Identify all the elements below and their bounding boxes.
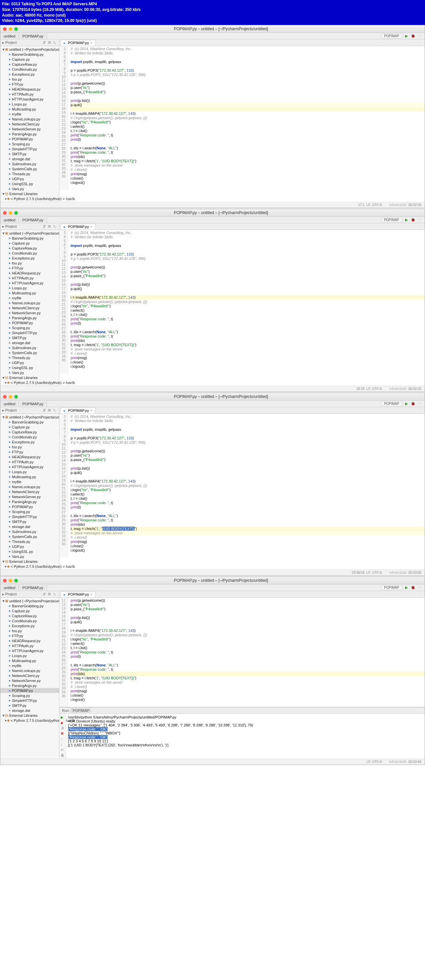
file-parsingargs-py[interactable]: ▸ParsingArgs.py	[0, 683, 59, 688]
external-libraries[interactable]: ▼▤External Libraries	[0, 713, 59, 718]
file-simplehttp-py[interactable]: ▸SimpleHTTP.py	[0, 698, 59, 703]
file-httpauth-py[interactable]: ▸HTTPAuth.py	[0, 459, 59, 464]
file-vars-py[interactable]: ▸Vars.py	[0, 186, 59, 191]
hide-icon[interactable]: ⤡	[52, 592, 57, 597]
close-window-icon[interactable]	[3, 211, 6, 215]
close-tab-icon[interactable]: ×	[90, 41, 92, 45]
file-headrequest-py[interactable]: ▸HEADRequest.py	[0, 454, 59, 459]
file-popimap-py[interactable]: ▸POPIMAP.py	[0, 688, 59, 693]
minimize-window-icon[interactable]	[9, 579, 12, 582]
file-headrequest-py[interactable]: ▸HEADRequest.py	[0, 270, 59, 275]
file-headrequest-py[interactable]: ▸HEADRequest.py	[0, 638, 59, 643]
file-httpauth-py[interactable]: ▸HTTPAuth.py	[0, 92, 59, 97]
file-capture-py[interactable]: ▸Capture.py	[0, 57, 59, 62]
code-area[interactable]: print(p.getwelcome())p.user("ric")p.pass…	[68, 598, 425, 707]
gear-icon[interactable]: ⚙	[47, 592, 52, 597]
python-interpreter[interactable]: ▸◆< Python 2.7.5 (/usr/bin/python) > /us…	[0, 564, 59, 569]
project-root[interactable]: ▼▣untitled (~/PycharmProjects/untitled)	[0, 231, 59, 235]
zoom-window-icon[interactable]	[14, 395, 18, 399]
file-httpuseragent-py[interactable]: ▸HTTPUserAgent.py	[0, 280, 59, 285]
file-usingssl-py[interactable]: ▸UsingSSL.py	[0, 181, 59, 186]
zoom-window-icon[interactable]	[14, 27, 18, 31]
file-smtp-py[interactable]: ▸SMTP.py	[0, 703, 59, 708]
file-smtp-py[interactable]: ▸SMTP.py	[0, 519, 59, 524]
file-loops-py[interactable]: ▸Loops.py	[0, 469, 59, 474]
file-systemcalls-py[interactable]: ▸SystemCalls.py	[0, 166, 59, 171]
file-smtp-py[interactable]: ▸SMTP.py	[0, 335, 59, 340]
minimize-window-icon[interactable]	[9, 395, 12, 399]
file-scoping-py[interactable]: ▸Scoping.py	[0, 142, 59, 146]
run-icon[interactable]: ▶	[404, 218, 409, 222]
file-popimap-py[interactable]: ▸POPIMAP.py	[0, 504, 59, 509]
file-udp-py[interactable]: ▸UDP.py	[0, 176, 59, 181]
file-loops-py[interactable]: ▸Loops.py	[0, 102, 59, 107]
file-vars-py[interactable]: ▸Vars.py	[0, 554, 59, 559]
file-simplehttp-py[interactable]: ▸SimpleHTTP.py	[0, 514, 59, 519]
gear-icon[interactable]: ⚙	[47, 40, 52, 45]
file-conditionals-py[interactable]: ▸Conditionals.py	[0, 251, 59, 256]
file-subroutines-py[interactable]: ▸Subroutines.py	[0, 161, 59, 166]
breadcrumb-project[interactable]: untitled	[0, 33, 19, 39]
external-libraries[interactable]: ▼▤External Libraries	[0, 559, 59, 564]
file-captureraw-py[interactable]: ▸CaptureRaw.py	[0, 613, 59, 618]
editor-tab-popimap[interactable]: ▸POPIMAP.py ×	[61, 224, 95, 230]
project-root[interactable]: ▼▣untitled (~/PycharmProjects/untitled)	[0, 47, 59, 52]
code-area[interactable]: # (c) 2014, WasHere Consulting, Inc.# Wr…	[68, 46, 425, 190]
file-headrequest-py[interactable]: ▸HEADRequest.py	[0, 87, 59, 92]
file-parsingargs-py[interactable]: ▸ParsingArgs.py	[0, 315, 59, 320]
file-udp-py[interactable]: ▸UDP.py	[0, 360, 59, 365]
file-foo-py[interactable]: ▸foo.py	[0, 261, 59, 266]
breadcrumb-file[interactable]: POPIMAP.py	[19, 33, 47, 39]
file-usingssl-py[interactable]: ▸UsingSSL.py	[0, 549, 59, 554]
file-networkserver-py[interactable]: ▸NetworkServer.py	[0, 494, 59, 499]
file-httpauth-py[interactable]: ▸HTTPAuth.py	[0, 275, 59, 280]
file-captureraw-py[interactable]: ▸CaptureRaw.py	[0, 430, 59, 434]
close-run-icon[interactable]: ✖	[61, 732, 64, 736]
file-foo-py[interactable]: ▸foo.py	[0, 628, 59, 633]
hide-icon[interactable]: ⤡	[52, 224, 57, 229]
zoom-window-icon[interactable]	[14, 211, 18, 215]
file-bannergrabbing-py[interactable]: ▸BannerGrabbing.py	[0, 52, 59, 57]
file-scoping-py[interactable]: ▸Scoping.py	[0, 693, 59, 698]
run-icon[interactable]: ▶	[404, 402, 409, 406]
python-interpreter[interactable]: ▸◆< Python 2.7.5 (/usr/bin/python) > /us…	[0, 718, 59, 723]
file-ftp-py[interactable]: ▸FTP.py	[0, 82, 59, 87]
minimize-window-icon[interactable]	[9, 27, 12, 31]
file-foo-py[interactable]: ▸foo.py	[0, 444, 59, 449]
external-libraries[interactable]: ▼▤External Libraries	[0, 191, 59, 196]
close-window-icon[interactable]	[3, 579, 6, 582]
breadcrumb-file[interactable]: POPIMAP.py	[19, 217, 47, 223]
run-config-dropdown[interactable]: POPIMAP	[381, 401, 402, 406]
file-multicasting-py[interactable]: ▸Multicasting.py	[0, 107, 59, 111]
file-networkclient-py[interactable]: ▸NetworkClient.py	[0, 673, 59, 678]
file-namelookups-py[interactable]: ▸NameLookups.py	[0, 484, 59, 489]
run-config-dropdown[interactable]: POPIMAP	[381, 585, 402, 590]
file-foo-py[interactable]: ▸foo.py	[0, 77, 59, 82]
file-multicasting-py[interactable]: ▸Multicasting.py	[0, 658, 59, 663]
file-exceptions-py[interactable]: ▸Exceptions.py	[0, 439, 59, 444]
file-simplehttp-py[interactable]: ▸SimpleHTTP.py	[0, 330, 59, 335]
editor-tab-popimap[interactable]: ▸POPIMAP.py ×	[61, 591, 95, 597]
debug-icon[interactable]: 🐞	[411, 402, 415, 406]
file-networkclient-py[interactable]: ▸NetworkClient.py	[0, 305, 59, 310]
file-captureraw-py[interactable]: ▸CaptureRaw.py	[0, 62, 59, 67]
file-systemcalls-py[interactable]: ▸SystemCalls.py	[0, 350, 59, 355]
print-icon[interactable]: 🖶	[61, 753, 64, 757]
file-bannergrabbing-py[interactable]: ▸BannerGrabbing.py	[0, 603, 59, 608]
external-libraries[interactable]: ▼▤External Libraries	[0, 375, 59, 380]
run-icon[interactable]: ▶	[404, 34, 409, 38]
debug-icon[interactable]: 🐞	[411, 34, 415, 38]
breadcrumb-project[interactable]: untitled	[0, 217, 19, 223]
file-popimap-py[interactable]: ▸POPIMAP.py	[0, 320, 59, 325]
file-storage-dat[interactable]: ▸storage.dat	[0, 708, 59, 713]
breadcrumb-file[interactable]: POPIMAP.py	[19, 585, 47, 590]
file-conditionals-py[interactable]: ▸Conditionals.py	[0, 434, 59, 439]
file-popimap-py[interactable]: ▸POPIMAP.py	[0, 137, 59, 142]
file-threads-py[interactable]: ▸Threads.py	[0, 539, 59, 544]
collapse-icon[interactable]: ⇵	[42, 40, 47, 45]
code-area[interactable]: # (c) 2014, WasHere Consulting, Inc.# Wr…	[68, 414, 425, 558]
close-tab-icon[interactable]: ×	[90, 592, 92, 597]
code-editor[interactable]: 3456789101112131415161718192021222324252…	[59, 230, 425, 374]
file-parsingargs-py[interactable]: ▸ParsingArgs.py	[0, 131, 59, 137]
file-exceptions-py[interactable]: ▸Exceptions.py	[0, 256, 59, 261]
